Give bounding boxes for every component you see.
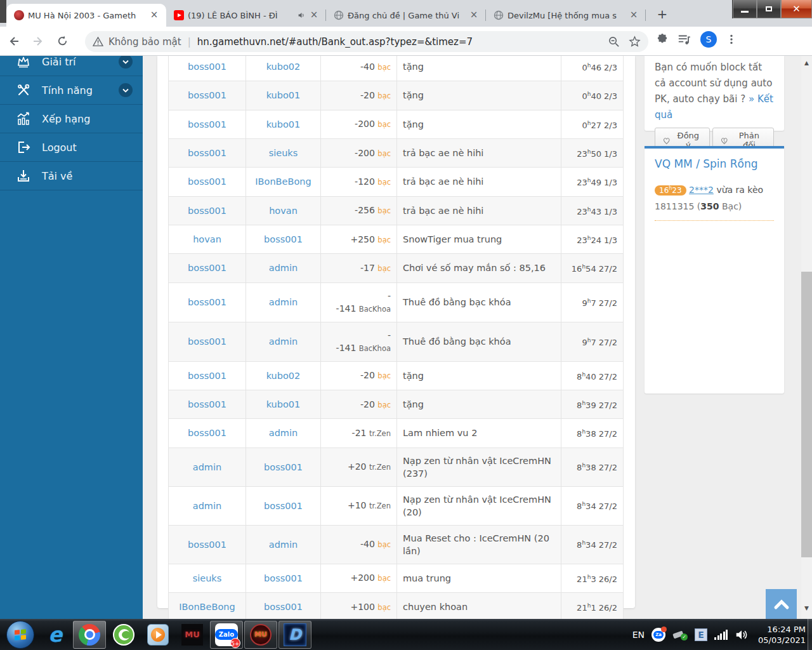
network-signal-icon[interactable] <box>714 629 728 640</box>
sidebar-item-3[interactable]: Xếp hạng <box>0 105 143 133</box>
receiver-link[interactable]: admin <box>269 540 298 550</box>
scroll-to-top-button[interactable] <box>766 589 797 619</box>
sender-link[interactable]: boss001 <box>188 119 226 129</box>
browser-tab-4[interactable]: DevilzMu [Hệ thống mua s× <box>486 4 646 27</box>
sender-link[interactable]: boss001 <box>188 428 226 438</box>
receiver-link[interactable]: kubo02 <box>266 371 301 381</box>
scrollbar-up-arrow-icon[interactable]: ▲ <box>801 58 812 69</box>
sidebar-item-2[interactable]: Tính năng <box>0 76 143 105</box>
sender-link[interactable]: boss001 <box>188 263 226 273</box>
start-button[interactable] <box>6 621 34 649</box>
taskbar-app-wmp[interactable] <box>141 621 174 649</box>
tab-close-button[interactable]: × <box>148 10 160 21</box>
usb-device-icon[interactable]: ✓ <box>672 629 688 640</box>
scrollbar-thumb[interactable] <box>801 272 812 557</box>
media-controls-button[interactable] <box>678 33 691 46</box>
taskbar-app-mu-red[interactable]: MU <box>244 621 277 649</box>
sender-link[interactable]: admin <box>193 462 221 472</box>
receiver-link[interactable]: boss001 <box>264 501 303 511</box>
browser-menu-button[interactable] <box>726 34 737 45</box>
transaction-time: 8h34 27/2 <box>561 486 624 525</box>
reload-button[interactable] <box>52 31 72 51</box>
window-maximize-button[interactable] <box>757 0 781 18</box>
zoom-indicator-button[interactable] <box>608 36 620 48</box>
sender-link[interactable]: sieuks <box>193 573 222 583</box>
amount-unit: bạc <box>377 603 391 612</box>
window-minimize-button[interactable] <box>733 0 757 18</box>
receiver-link[interactable]: sieuks <box>269 148 298 158</box>
receiver-link[interactable]: kubo02 <box>266 62 301 72</box>
sender-link[interactable]: boss001 <box>188 371 226 381</box>
sidebar-item-4[interactable]: Logout <box>0 133 143 162</box>
receiver-link[interactable]: admin <box>269 263 298 273</box>
receiver-link[interactable]: kubo01 <box>266 399 301 409</box>
url-text[interactable]: hn.gamethuvn.net/#auth/Bank_out.asp?type… <box>197 36 599 48</box>
sender-link[interactable]: boss001 <box>188 540 226 550</box>
youtube-favicon <box>174 10 184 20</box>
security-label[interactable]: Không bảo mật <box>108 36 181 48</box>
tab-close-button[interactable]: × <box>628 10 639 21</box>
receiver-link[interactable]: boss001 <box>264 234 303 244</box>
show-desktop-button[interactable] <box>808 619 812 650</box>
taskbar-app-coccoc[interactable] <box>107 621 140 649</box>
site-sidebar: Giải tríTính năngXếp hạngLogoutTải về <box>0 56 143 619</box>
taskbar-app-devilzmu-d[interactable]: D <box>278 621 311 649</box>
receiver-link[interactable]: kubo01 <box>266 119 301 129</box>
sender-link[interactable]: boss001 <box>188 62 226 72</box>
tab-close-button[interactable]: × <box>468 10 480 21</box>
transaction-description: tặng <box>397 56 561 81</box>
forward-button[interactable] <box>28 31 48 51</box>
receiver-link[interactable]: admin <box>269 428 298 438</box>
spin-player-link[interactable]: 2***2 <box>689 185 714 195</box>
extensions-button[interactable] <box>656 33 669 46</box>
language-indicator[interactable]: EN <box>632 630 645 640</box>
receiver-link[interactable]: admin <box>269 297 298 307</box>
tab-close-button[interactable]: × <box>308 10 320 21</box>
windows-taskbar: eMUZalo5+MUD EN Za ✓ E 16:24 PM 05/03/20… <box>0 619 812 650</box>
chevron-down-icon[interactable] <box>119 56 133 69</box>
sender-link[interactable]: boss001 <box>188 176 226 187</box>
speaker-icon[interactable] <box>735 628 749 641</box>
sender-link[interactable]: boss001 <box>188 297 226 307</box>
taskbar-clock[interactable]: 16:24 PM 05/03/2021 <box>758 624 806 646</box>
spin-action-text: vừa ra kèo <box>716 185 763 195</box>
transaction-description: trả bạc ae nè hihi <box>397 168 561 196</box>
sender-link[interactable]: hovan <box>193 234 221 244</box>
browser-tab-3[interactable]: Đăng chủ đề | Game thủ Vi× <box>326 4 486 27</box>
bookmark-button[interactable] <box>629 36 641 48</box>
profile-avatar[interactable]: S <box>700 31 717 48</box>
sender-link[interactable]: boss001 <box>188 336 226 347</box>
receiver-link[interactable]: IBonBeBong <box>255 176 311 187</box>
sidebar-item-1[interactable]: Giải trí <box>0 56 143 76</box>
sender-link[interactable]: IBonBeBong <box>179 602 235 612</box>
sender-link[interactable]: boss001 <box>188 399 226 409</box>
receiver-link[interactable]: admin <box>269 336 298 347</box>
taskbar-app-zalo[interactable]: Zalo5+ <box>210 621 243 649</box>
new-tab-button[interactable]: + <box>653 6 671 23</box>
receiver-link[interactable]: boss001 <box>264 573 303 583</box>
browser-tab-2[interactable]: (19) LÊ BẢO BÌNH - ĐÌ× <box>166 4 326 27</box>
address-bar[interactable]: Không bảo mật | hn.gamethuvn.net/#auth/B… <box>85 31 648 52</box>
taskbar-app-mu-dark[interactable]: MU <box>176 621 209 649</box>
receiver-link[interactable]: boss001 <box>264 602 303 612</box>
browser-tab-1[interactable]: MU Hà Nội 2003 - Gameth× <box>6 4 166 27</box>
window-close-button[interactable]: ✕ <box>781 0 812 18</box>
transaction-row: boss001sieuks-200 bạctrả bạc ae nè hihi2… <box>169 138 624 167</box>
amount-cell: -20 bạc <box>321 361 397 390</box>
scrollbar-down-arrow-icon[interactable]: ▼ <box>801 603 812 614</box>
sender-link[interactable]: boss001 <box>188 148 226 158</box>
sidebar-item-5[interactable]: Tải về <box>0 162 143 190</box>
zalo-tray-icon[interactable]: Za <box>652 628 665 642</box>
taskbar-app-ie[interactable]: e <box>39 621 72 649</box>
sender-link[interactable]: admin <box>193 501 221 511</box>
receiver-link[interactable]: hovan <box>269 206 298 216</box>
receiver-link[interactable]: kubo01 <box>266 90 301 100</box>
chevron-down-icon[interactable] <box>119 83 133 97</box>
back-button[interactable] <box>4 31 24 51</box>
taskbar-app-chrome[interactable] <box>73 621 106 649</box>
sender-link[interactable]: boss001 <box>188 90 226 100</box>
unikey-tray-icon[interactable]: E <box>695 628 707 641</box>
receiver-link[interactable]: boss001 <box>264 462 303 472</box>
sender-link[interactable]: boss001 <box>188 206 226 216</box>
page-scrollbar[interactable]: ▲ ▼ <box>801 56 812 619</box>
